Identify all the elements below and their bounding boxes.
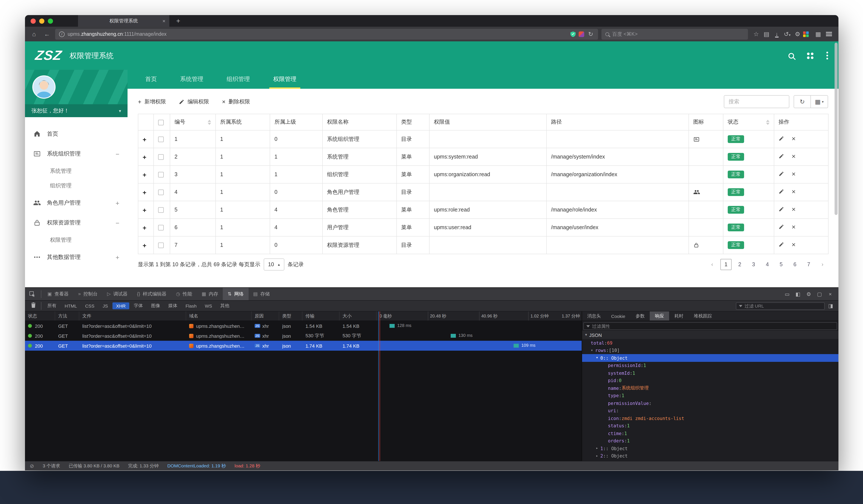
separate-window-icon[interactable]: ▢ <box>814 291 825 297</box>
row-checkbox[interactable] <box>154 130 170 148</box>
request-row-selected[interactable]: 200 GET list?order=asc&offset=0&limit=10… <box>25 341 581 351</box>
devtools-tab-performance[interactable]: ◷性能 <box>171 288 197 300</box>
refresh-button[interactable]: ↻ <box>793 95 811 108</box>
sort-icon[interactable] <box>208 119 211 125</box>
json-prop[interactable]: ctime1 <box>582 429 838 437</box>
site-info-icon[interactable]: i <box>59 31 65 37</box>
filter-other[interactable]: 其他 <box>217 302 233 310</box>
tab-permission[interactable]: 权限管理 <box>262 70 308 89</box>
column-cause[interactable]: 原因 <box>252 312 279 320</box>
delete-icon[interactable] <box>791 136 796 141</box>
json-prop[interactable]: systemId1 <box>582 369 838 377</box>
detail-tab-cookies[interactable]: Cookie <box>606 312 630 320</box>
tab-home[interactable]: 首页 <box>134 70 168 89</box>
menu-icon[interactable] <box>824 30 834 38</box>
extensions-icon[interactable] <box>803 31 813 37</box>
column-id[interactable]: 编号 <box>170 114 216 130</box>
filter-images[interactable]: 图像 <box>148 302 163 310</box>
new-tab-button[interactable]: + <box>176 17 180 24</box>
expand-row-icon[interactable]: + <box>142 224 147 231</box>
filter-ws[interactable]: WS <box>201 302 216 309</box>
delete-icon[interactable] <box>791 242 796 247</box>
extension-badge-icon[interactable] <box>579 31 584 37</box>
delete-icon[interactable] <box>791 171 796 176</box>
add-permission-button[interactable]: + 新增权限 <box>138 98 166 105</box>
property-filter-input[interactable] <box>592 324 834 329</box>
json-prop[interactable]: permissionId1 <box>582 362 838 369</box>
browser-search-bar[interactable] <box>601 29 748 39</box>
json-prop-rows[interactable]: ▾rows[10] <box>582 346 838 354</box>
window-close-button[interactable] <box>30 18 36 24</box>
filter-all[interactable]: 所有 <box>44 302 60 310</box>
json-prop-total[interactable]: total69 <box>582 339 838 346</box>
collapse-icon[interactable]: − <box>115 219 119 226</box>
devtools-tab-style-editor[interactable]: {}样式编辑器 <box>132 288 171 300</box>
edit-icon[interactable] <box>778 171 784 177</box>
scrollbar-thumb[interactable] <box>835 43 838 215</box>
devtools-tab-debugger[interactable]: ▷调试器 <box>102 288 132 300</box>
select-all-checkbox[interactable] <box>154 114 170 130</box>
delete-icon[interactable] <box>791 189 796 194</box>
json-prop[interactable]: uri <box>582 407 838 414</box>
delete-icon[interactable] <box>791 206 796 212</box>
page-button-7[interactable]: 7 <box>803 259 814 270</box>
page-button-6[interactable]: 6 <box>789 259 801 270</box>
row-checkbox[interactable] <box>154 201 170 218</box>
detail-tab-timings[interactable]: 耗时 <box>669 312 688 320</box>
devtools-tab-memory[interactable]: ▦内存 <box>197 288 223 300</box>
row-checkbox[interactable] <box>154 218 170 236</box>
sidebar-item-other-data[interactable]: 其他数据管理 + <box>25 247 127 267</box>
apps-grid-icon[interactable] <box>807 52 813 59</box>
filter-xhr[interactable]: XHR <box>113 302 129 309</box>
column-type[interactable]: 类型 <box>279 312 302 320</box>
home-icon[interactable]: ⌂ <box>29 31 39 37</box>
user-greeting-bar[interactable]: 张恕征，您好！ ▾ <box>25 104 127 117</box>
tab-close-icon[interactable]: × <box>162 18 165 24</box>
next-page-button[interactable]: › <box>817 259 828 270</box>
edit-icon[interactable] <box>778 206 784 212</box>
bookmark-star-icon[interactable]: ☆ <box>751 31 761 37</box>
detail-tab-stack-trace[interactable]: 堆栈跟踪 <box>688 312 717 320</box>
json-prop[interactable]: pid0 <box>582 377 838 384</box>
edit-icon[interactable] <box>778 136 784 141</box>
twisty-open-icon[interactable]: ▾ <box>585 333 587 337</box>
devtools-tab-storage[interactable]: ▤存储 <box>248 288 274 300</box>
sidebar-item-system-org[interactable]: 系统组织管理 − <box>25 144 127 164</box>
clear-requests-icon[interactable] <box>28 302 38 309</box>
expand-row-icon[interactable]: + <box>142 136 147 143</box>
json-root-row[interactable]: ▾ JSON <box>582 331 838 339</box>
sidebar-subitem-org[interactable]: 组织管理 <box>25 178 127 193</box>
user-avatar[interactable] <box>32 75 55 99</box>
throttling-icon[interactable]: ⊘ <box>30 463 34 469</box>
prev-page-button[interactable]: ‹ <box>706 259 718 270</box>
url-filter-box[interactable] <box>736 302 825 310</box>
sidebar-item-role-user[interactable]: 角色用户管理 + <box>25 193 127 213</box>
row-checkbox[interactable] <box>154 236 170 254</box>
expand-row-icon[interactable]: + <box>142 171 147 178</box>
filter-fonts[interactable]: 字体 <box>130 302 146 310</box>
table-row[interactable]: + 6 1 4 用户管理 菜单 upms:user:read /manage/u… <box>138 218 828 236</box>
page-button-1[interactable]: 1 <box>721 259 731 270</box>
json-prop[interactable]: status1 <box>582 422 838 429</box>
property-filter-box[interactable] <box>583 322 837 330</box>
columns-button[interactable]: ▦▾ <box>811 95 828 108</box>
filter-html[interactable]: HTML <box>61 302 80 309</box>
expand-row-icon[interactable]: + <box>142 188 147 196</box>
sidebar-subitem-system[interactable]: 系统管理 <box>25 164 127 178</box>
row-checkbox[interactable] <box>154 183 170 201</box>
tab-organization[interactable]: 组织管理 <box>215 70 262 89</box>
column-transferred[interactable]: 传输 <box>302 312 339 320</box>
column-status[interactable]: 状态 <box>25 312 55 320</box>
edit-icon[interactable] <box>778 153 784 159</box>
json-prop[interactable]: orders1 <box>582 437 838 444</box>
request-row[interactable]: 200 GET list?order=asc&offset=0&limit=10… <box>25 321 581 331</box>
json-object-1[interactable]: ▸1: Object <box>582 444 838 452</box>
json-prop[interactable]: name系统组织管理 <box>582 384 838 392</box>
more-options-icon[interactable] <box>826 52 828 60</box>
column-size[interactable]: 大小 <box>339 312 377 320</box>
twisty-open-icon[interactable]: ▾ <box>596 356 598 360</box>
expand-row-icon[interactable]: + <box>142 206 147 213</box>
page-button-3[interactable]: 3 <box>748 259 759 270</box>
row-checkbox[interactable] <box>154 166 170 183</box>
expand-row-icon[interactable]: + <box>142 153 147 161</box>
